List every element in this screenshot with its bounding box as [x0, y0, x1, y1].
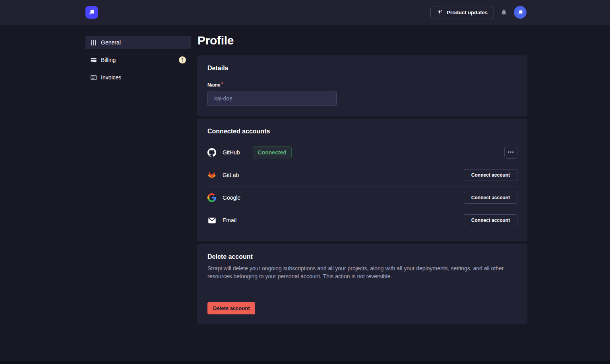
billing-warning-badge: !: [179, 56, 186, 64]
app-root: Product updates: [0, 0, 610, 343]
settings-sidebar: General Billing !: [85, 25, 191, 88]
account-row-github: GitHub Connected •••: [207, 141, 517, 164]
delete-account-button[interactable]: Delete account: [207, 302, 255, 314]
name-field-label: Name: [207, 82, 221, 88]
sidebar-item-billing[interactable]: Billing !: [85, 53, 191, 67]
required-marker: *: [221, 81, 223, 88]
gitlab-icon: [207, 171, 216, 179]
sidebar-item-label: Invoices: [101, 74, 121, 81]
content-area: General Billing !: [0, 25, 610, 343]
bell-icon: [500, 9, 507, 16]
account-name: Google: [223, 195, 240, 201]
account-name: Email: [223, 217, 236, 223]
divider: [207, 291, 517, 291]
email-icon: [207, 216, 216, 225]
sidebar-item-label: General: [101, 39, 121, 46]
page-title: Profile: [198, 34, 527, 47]
delete-account-title: Delete account: [207, 253, 517, 260]
connected-accounts-card: Connected accounts GitHub Connected •••: [198, 119, 527, 241]
product-updates-label: Product updates: [447, 10, 488, 15]
sidebar-item-invoices[interactable]: Invoices: [85, 71, 191, 84]
account-row-google: Google Connect account: [207, 186, 517, 209]
account-row-gitlab: GitLab Connect account: [207, 164, 517, 186]
sidebar-item-label: Billing: [101, 57, 116, 63]
account-name: GitHub: [223, 149, 240, 156]
sidebar-item-general[interactable]: General: [85, 36, 191, 49]
topbar-actions: Product updates: [430, 6, 527, 19]
connected-accounts-title: Connected accounts: [207, 128, 517, 135]
details-card: Details Name*: [198, 56, 527, 116]
top-bar: Product updates: [0, 0, 610, 25]
sliders-icon: [90, 39, 97, 46]
name-field-group: Name*: [207, 81, 517, 106]
email-connect-button[interactable]: Connect account: [464, 214, 517, 226]
name-input[interactable]: [207, 91, 337, 106]
user-avatar[interactable]: [514, 6, 527, 19]
notifications-button[interactable]: [500, 9, 507, 16]
strapi-avatar-icon: [517, 9, 524, 16]
strapi-logo-icon: [88, 8, 96, 16]
account-rows: GitHub Connected •••: [207, 141, 517, 231]
sparkle-icon: [437, 9, 443, 15]
main-panel: Profile Details Name* Connected accounts: [198, 25, 527, 343]
google-connect-button[interactable]: Connect account: [464, 192, 517, 204]
details-card-title: Details: [207, 65, 517, 72]
gitlab-connect-button[interactable]: Connect account: [464, 169, 517, 181]
github-icon: [207, 148, 216, 157]
product-updates-button[interactable]: Product updates: [430, 6, 494, 19]
delete-account-card: Delete account Strapi will delete your o…: [198, 244, 527, 324]
account-row-email: Email Connect account: [207, 209, 517, 231]
strapi-logo[interactable]: [85, 6, 98, 19]
bottom-edge-strip: [0, 361, 610, 364]
connected-status-badge: Connected: [253, 146, 292, 158]
account-name: GitLab: [223, 172, 239, 178]
github-more-button[interactable]: •••: [504, 146, 517, 159]
credit-card-icon: [90, 57, 97, 64]
invoice-icon: [90, 74, 97, 81]
delete-account-description: Strapi will delete your ongoing subscrip…: [207, 264, 517, 280]
google-icon: [207, 193, 216, 202]
